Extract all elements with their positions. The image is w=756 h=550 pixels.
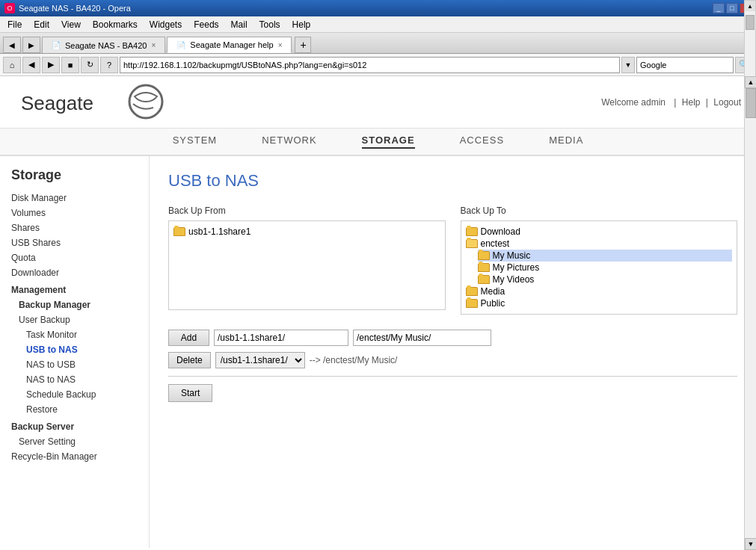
tab-add-button[interactable]: + [295, 37, 311, 53]
menu-mail[interactable]: Mail [227, 18, 252, 31]
main-wrapper: Seagate Welcome admin | Help | Logout SY… [0, 76, 756, 550]
logout-link[interactable]: Logout [713, 97, 741, 108]
menu-edit[interactable]: Edit [29, 18, 54, 31]
nav-info-button[interactable]: ? [100, 57, 118, 73]
seagate-logo: Seagate [15, 81, 165, 123]
separator1: | [674, 97, 678, 108]
menu-feeds[interactable]: Feeds [189, 18, 223, 31]
title-bar: O Seagate NAS - BA420 - Opera _ □ × [0, 0, 756, 16]
sidebar-nas-to-usb[interactable]: NAS to USB [0, 357, 149, 372]
tree-item-enctest[interactable]: enctest [466, 238, 733, 250]
start-row: Start [168, 384, 737, 402]
nav-storage[interactable]: STORAGE [362, 135, 415, 149]
sidebar-recycle-bin[interactable]: Recycle-Bin Manager [0, 449, 149, 464]
sidebar-server-setting[interactable]: Server Setting [0, 434, 149, 449]
add-row: Add [168, 330, 737, 346]
minimize-button[interactable]: _ [713, 3, 725, 13]
tree-item-my-pictures[interactable]: My Pictures [478, 262, 733, 274]
source-folder-label: usb1-1.1share1 [188, 226, 251, 237]
scroll-down-button[interactable]: ▼ [745, 538, 756, 550]
sidebar-backup-server-label: Backup Server [0, 417, 149, 434]
sidebar-quota[interactable]: Quota [0, 250, 149, 265]
folder-icon-public [466, 299, 478, 308]
address-input[interactable] [120, 57, 620, 73]
tab-1-close[interactable]: × [278, 41, 283, 49]
add-dest-input[interactable] [353, 330, 491, 346]
tab-0-close[interactable]: × [151, 41, 156, 49]
sidebar-task-monitor[interactable]: Task Monitor [0, 327, 149, 342]
folder-icon-my-videos [478, 275, 490, 284]
menu-widgets[interactable]: Widgets [145, 18, 186, 31]
menu-file[interactable]: File [3, 18, 26, 31]
folder-label-enctest: enctest [481, 238, 510, 249]
sidebar-usb-to-nas[interactable]: USB to NAS [0, 342, 149, 357]
sidebar-shares[interactable]: Shares [0, 220, 149, 235]
tree-item-download[interactable]: Download [466, 226, 733, 238]
sidebar-usb-shares[interactable]: USB Shares [0, 235, 149, 250]
tree-item-media[interactable]: Media [466, 285, 733, 297]
nav-access[interactable]: ACCESS [460, 135, 504, 149]
app-icon: O [4, 3, 15, 13]
sidebar-title: Storage [0, 167, 149, 191]
folder-icon-media [466, 287, 478, 296]
address-dropdown[interactable]: ▼ [621, 57, 635, 73]
sidebar-disk-manager[interactable]: Disk Manager [0, 191, 149, 206]
maximize-button[interactable]: □ [726, 3, 738, 13]
menu-view[interactable]: View [57, 18, 85, 31]
sidebar-downloader[interactable]: Downloader [0, 265, 149, 280]
sidebar: Storage Disk Manager Volumes Shares USB … [0, 156, 150, 548]
tab-bar: ◀ ▶ 📄 Seagate NAS - BA420 × 📄 Seagate Ma… [0, 33, 756, 54]
nav-back-button[interactable]: ◀ [22, 57, 40, 73]
sidebar-schedule-backup[interactable]: Schedule Backup [0, 387, 149, 402]
menu-bookmarks[interactable]: Bookmarks [88, 18, 142, 31]
header-right: Welcome admin | Help | Logout [598, 97, 741, 108]
content-area: Storage Disk Manager Volumes Shares USB … [0, 156, 756, 548]
tab-1[interactable]: 📄 Seagate Manager help × [167, 37, 292, 53]
tree-item-my-music[interactable]: My Music [478, 250, 733, 262]
delete-button[interactable]: Delete [168, 352, 211, 368]
nav-reload-button[interactable]: ↻ [81, 57, 99, 73]
welcome-text: Welcome admin [601, 97, 666, 108]
window-title: Seagate NAS - BA420 - Opera [19, 4, 713, 13]
menu-tools[interactable]: Tools [255, 18, 285, 31]
backup-to-tree: Download enctest My Music [461, 220, 738, 315]
menu-help[interactable]: Help [288, 18, 316, 31]
nav-network[interactable]: NETWORK [262, 135, 316, 149]
help-link[interactable]: Help [682, 97, 701, 108]
tab-back-button[interactable]: ◀ [3, 37, 21, 53]
backup-to-label: Back Up To [461, 206, 738, 216]
folder-label-my-videos: My Videos [493, 274, 535, 285]
source-folder-icon [173, 227, 185, 236]
tab-forward-button[interactable]: ▶ [22, 37, 40, 53]
nav-stop-button[interactable]: ■ [61, 57, 79, 73]
sidebar-user-backup[interactable]: User Backup [0, 312, 149, 327]
nav-media[interactable]: MEDIA [549, 135, 583, 149]
folder-label-public: Public [481, 298, 505, 309]
start-button[interactable]: Start [168, 384, 212, 402]
browser-scrollbar[interactable]: ▲ ▼ [744, 76, 756, 550]
path-select[interactable]: /usb1-1.1share1/ [215, 352, 305, 368]
sidebar-volumes[interactable]: Volumes [0, 206, 149, 220]
tree-item-my-videos[interactable]: My Videos [478, 274, 733, 285]
add-button[interactable]: Add [168, 330, 209, 346]
divider [168, 376, 737, 377]
scroll-thumb[interactable] [746, 88, 756, 118]
tab-0[interactable]: 📄 Seagate NAS - BA420 × [42, 37, 165, 53]
site-header: Seagate Welcome admin | Help | Logout [0, 76, 756, 129]
sidebar-nas-to-nas[interactable]: NAS to NAS [0, 372, 149, 387]
folder-label-media: Media [481, 286, 505, 297]
logo-area: Seagate [15, 81, 165, 123]
sidebar-restore[interactable]: Restore [0, 402, 149, 417]
nav-home-button[interactable]: ⌂ [3, 57, 21, 73]
tree-item-public[interactable]: Public [466, 297, 733, 309]
nav-forward-button[interactable]: ▶ [42, 57, 60, 73]
scroll-up-button[interactable]: ▲ [745, 76, 756, 88]
separator2: | [706, 97, 710, 108]
search-input[interactable] [636, 57, 734, 73]
folder-label-my-music: My Music [493, 250, 531, 261]
add-source-input[interactable] [214, 330, 348, 346]
nav-system[interactable]: SYSTEM [173, 135, 217, 149]
source-folder-item[interactable]: usb1-1.1share1 [173, 226, 440, 238]
sidebar-backup-manager[interactable]: Backup Manager [0, 297, 149, 312]
main-panel: USB to NAS Back Up From usb1-1.1share1 [150, 156, 756, 548]
